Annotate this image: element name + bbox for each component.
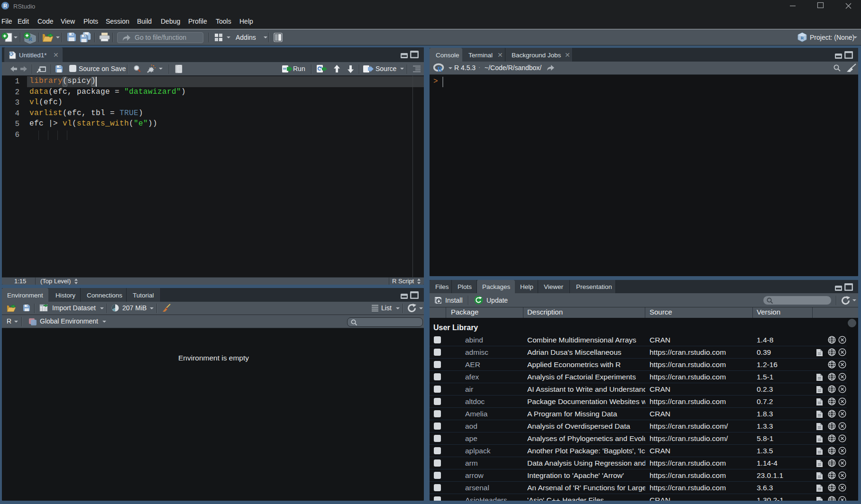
svg-text:R: R	[438, 65, 443, 73]
svg-text:R: R	[3, 3, 7, 9]
svg-text:R: R	[10, 52, 13, 56]
svg-text:R: R	[801, 36, 804, 40]
